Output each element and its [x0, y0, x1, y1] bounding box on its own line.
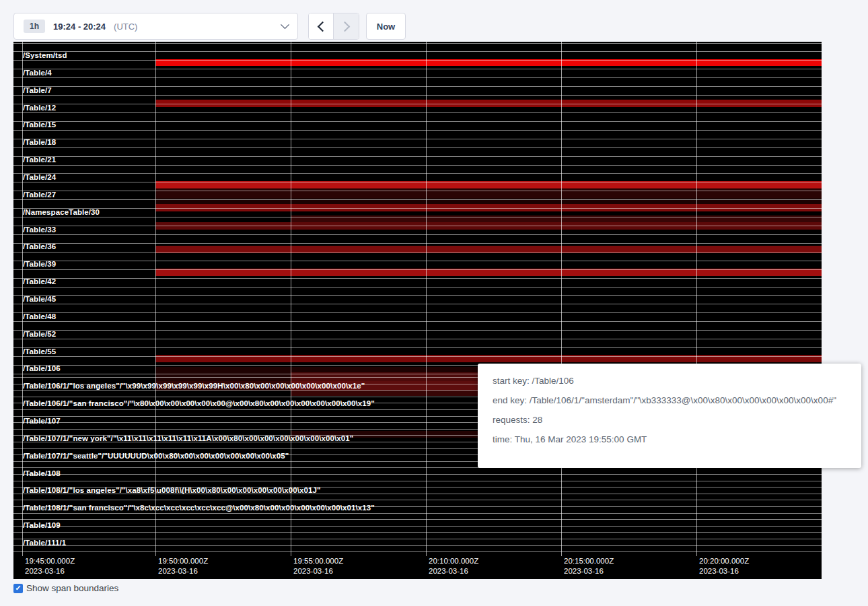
span-boundary-line	[13, 121, 822, 122]
span-boundary-line	[13, 95, 822, 96]
now-button[interactable]: Now	[366, 13, 406, 40]
x-tick-time: 19:45:00.000Z	[25, 556, 75, 566]
time-gridline	[155, 42, 156, 556]
span-boundary-line	[13, 347, 822, 348]
span-boundary-line	[13, 278, 822, 279]
span-boundary-line	[13, 551, 822, 552]
row-label: /Table/55	[23, 347, 56, 356]
row-label: /Table/52	[23, 330, 56, 339]
span-boundary-line	[13, 182, 822, 182]
row-label: /Table/15	[23, 121, 56, 129]
range-text: 19:24 - 20:24	[53, 22, 106, 32]
span-boundary-line	[13, 156, 822, 157]
span-boundary-line	[13, 147, 822, 148]
heat-band[interactable]	[155, 199, 822, 204]
span-boundary-line	[13, 43, 822, 44]
span-boundary-line	[13, 69, 822, 69]
row-label: /Table/24	[23, 173, 56, 182]
span-boundary-line	[13, 104, 822, 104]
span-boundary-line	[13, 539, 822, 539]
row-label: /Table/27	[23, 191, 56, 199]
span-boundary-line	[13, 243, 822, 244]
time-range-dropdown[interactable]: 1h 19:24 - 20:24 (UTC)	[13, 13, 298, 40]
span-boundary-line	[13, 500, 822, 500]
x-tick-time: 19:50:00.000Z	[158, 556, 208, 566]
span-boundary-line	[13, 526, 822, 527]
row-label: /Table/106	[23, 364, 61, 373]
tooltip-end-key: end key: /Table/106/1/"amsterdam"/"\xb33…	[493, 395, 846, 405]
span-boundary-line	[13, 545, 822, 546]
span-boundary-line	[13, 226, 822, 226]
time-gridline	[561, 42, 562, 556]
span-boundary-line	[13, 165, 822, 166]
x-tick-time: 19:55:00.000Z	[293, 556, 343, 566]
prev-range-button[interactable]	[309, 13, 334, 39]
x-tick-time: 20:20:00.000Z	[699, 556, 749, 566]
row-label: /Table/39	[23, 260, 56, 269]
chevron-right-icon	[340, 21, 351, 32]
span-boundary-line	[13, 356, 822, 357]
span-boundary-line	[13, 252, 822, 252]
row-label: /Table/42	[23, 277, 56, 286]
keyvis-tooltip: start key: /Table/106 end key: /Table/10…	[478, 364, 861, 468]
x-tick-date: 2023-03-16	[564, 566, 614, 576]
row-label: /Table/106/1/"san francisco"/"\x80\x00\x…	[23, 399, 375, 408]
key-visualizer-page: { "toolbar": { "range_badge": "1h", "ran…	[0, 0, 868, 606]
x-axis-tick-label: 20:20:00.000Z2023-03-16	[699, 556, 749, 576]
next-range-button-disabled[interactable]	[334, 13, 359, 39]
row-label: /System/tsd	[23, 51, 67, 60]
row-label: /NamespaceTable/30	[23, 208, 100, 217]
time-range-toolbar: 1h 19:24 - 20:24 (UTC) Now	[13, 13, 406, 40]
row-label: /Table/4	[23, 69, 52, 77]
span-boundary-line	[13, 532, 822, 533]
row-label: /Table/108/1/"los angeles"/"\xa8\xf5\u00…	[23, 486, 321, 495]
row-label: /Table/107	[23, 417, 61, 426]
span-boundaries-control: ✓ Show span boundaries	[13, 583, 118, 593]
row-label: /Table/108	[23, 469, 61, 478]
row-label: /Table/108/1/"san francisco"/"\x8c\xcc\x…	[23, 504, 375, 512]
row-label: /Table/18	[23, 138, 56, 147]
show-span-boundaries-checkbox[interactable]: ✓	[13, 584, 23, 593]
span-boundary-line	[13, 481, 822, 481]
time-gridline	[426, 42, 427, 556]
span-boundary-line	[13, 234, 822, 235]
x-axis-tick-label: 19:50:00.000Z2023-03-16	[158, 556, 208, 576]
span-boundary-line	[13, 139, 822, 139]
x-tick-date: 2023-03-16	[25, 566, 75, 576]
x-tick-time: 20:15:00.000Z	[564, 556, 614, 566]
checkmark-icon: ✓	[15, 584, 21, 592]
x-axis-tick-label: 20:10:00.000Z2023-03-16	[429, 556, 478, 576]
span-boundary-line	[13, 474, 822, 475]
span-boundary-line	[13, 321, 822, 322]
x-tick-time: 20:10:00.000Z	[429, 556, 478, 566]
row-label: /Table/7	[23, 86, 52, 95]
row-label: /Table/45	[23, 295, 56, 304]
span-boundary-line	[13, 261, 822, 261]
time-gridline	[696, 42, 697, 556]
show-span-boundaries-label[interactable]: Show span boundaries	[26, 583, 118, 593]
span-boundary-line	[13, 86, 822, 87]
range-nav-group	[308, 13, 359, 40]
span-boundary-line	[13, 130, 822, 131]
x-tick-date: 2023-03-16	[699, 566, 749, 576]
span-boundary-line	[13, 513, 822, 514]
time-gridline	[291, 42, 291, 556]
row-label: /Table/111/1	[23, 539, 66, 547]
span-boundary-line	[13, 304, 822, 304]
span-boundary-line	[13, 339, 822, 339]
span-boundary-line	[13, 208, 822, 209]
key-visualizer-canvas[interactable]: /System/tsd/Table/4/Table/7/Table/12/Tab…	[13, 42, 822, 579]
x-tick-date: 2023-03-16	[158, 566, 208, 576]
span-boundary-line	[13, 77, 822, 78]
x-axis-tick-label: 20:15:00.000Z2023-03-16	[564, 556, 614, 576]
row-label: /Table/106/1/"los angeles"/"\x99\x99\x99…	[23, 382, 365, 391]
span-boundary-line	[13, 60, 822, 61]
span-boundary-line	[13, 173, 822, 174]
tooltip-requests: requests: 28	[493, 415, 846, 425]
tooltip-start-key: start key: /Table/106	[493, 376, 846, 386]
span-boundary-line	[13, 312, 822, 313]
row-label: /Table/21	[23, 156, 56, 164]
range-preset-badge: 1h	[24, 20, 45, 33]
span-boundary-line	[13, 269, 822, 270]
span-boundary-line	[13, 295, 822, 296]
